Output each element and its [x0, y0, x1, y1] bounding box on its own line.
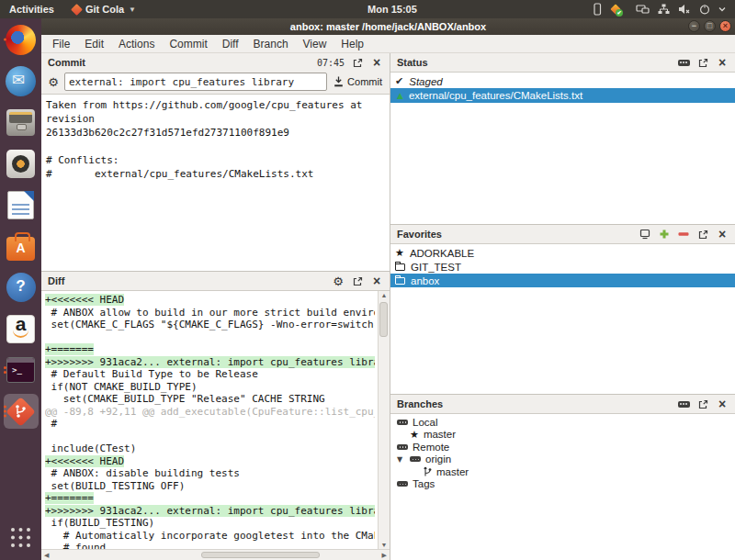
scroll-down-arrow[interactable]: ▼: [381, 542, 388, 548]
dock-terminal[interactable]: [4, 353, 39, 387]
dock-firefox[interactable]: [4, 22, 39, 57]
remove-icon[interactable]: [677, 228, 690, 241]
diff-line: if(NOT CMAKE_BUILD_TYPE): [45, 381, 375, 394]
diff-line: @@ -89,8 +92,11 @@ add_executable(CpuFea…: [45, 406, 375, 419]
star-icon: ★: [410, 430, 419, 440]
popout-icon[interactable]: [696, 398, 709, 410]
commit-toolbar: ⚙ Commit: [41, 72, 390, 94]
close-icon[interactable]: ×: [370, 274, 383, 287]
branch-tree-item[interactable]: ▼ ★ Local: [390, 416, 735, 429]
diff-line: +<<<<<<< HEAD: [45, 455, 375, 468]
diff-viewer[interactable]: ▲ ▼ ◀ ▶ +<<<<<<< HEAD # ANBOX allow to b…: [41, 290, 390, 560]
chevron-down-icon[interactable]: [718, 0, 726, 18]
popout-icon[interactable]: [351, 274, 364, 287]
menu-item[interactable]: Edit: [77, 38, 111, 50]
gear-icon[interactable]: ⚙: [47, 75, 60, 88]
titlebar-toggle-icon[interactable]: [677, 56, 690, 69]
group-icon: [397, 444, 408, 450]
dock-thunderbird[interactable]: [4, 63, 39, 98]
popout-icon[interactable]: [351, 56, 364, 69]
scroll-up-arrow[interactable]: ▲: [381, 292, 388, 298]
caret-down-icon[interactable]: ▼: [397, 455, 405, 464]
popout-icon[interactable]: [696, 56, 709, 69]
close-button[interactable]: ×: [719, 20, 731, 32]
diff-line: # Default Build Type to be Release: [45, 368, 375, 381]
scrollbar-thumb[interactable]: [201, 552, 320, 558]
clock[interactable]: Mon 15:05: [368, 0, 417, 18]
scroll-left-arrow[interactable]: ◀: [44, 552, 49, 559]
branch-tree-item[interactable]: ▼ ★ master: [390, 429, 735, 442]
favorite-item[interactable]: ★ GIT_TEST: [390, 260, 735, 274]
titlebar-toggle-icon[interactable]: [677, 398, 690, 410]
diff-line: +<<<<<<< HEAD: [45, 294, 375, 307]
menu-item[interactable]: Help: [334, 38, 371, 50]
staged-group-header[interactable]: ✔ Staged: [390, 74, 735, 88]
vertical-scrollbar[interactable]: ▲ ▼: [378, 291, 390, 549]
chevron-down-icon: ▼: [129, 6, 136, 14]
staged-file-row[interactable]: ▲ external/cpu_features/CMakeLists.txt: [390, 88, 735, 103]
screens-icon[interactable]: [636, 0, 650, 18]
dock-ubuntu-software[interactable]: [4, 229, 39, 263]
panel-title: Branches: [397, 398, 443, 409]
scroll-right-arrow[interactable]: ▶: [382, 552, 387, 559]
amazon-icon: [6, 315, 35, 343]
horizontal-scrollbar[interactable]: ◀ ▶: [41, 549, 390, 560]
app-menu[interactable]: Git Cola ▼: [73, 4, 136, 15]
diff-line: set(CMAKE_BUILD_TYPE "Release" CACHE STR…: [45, 393, 375, 406]
diff-line: +>>>>>>> 931aca2... external: import cpu…: [45, 356, 375, 369]
commit-arrow-icon: [334, 76, 344, 87]
gear-icon[interactable]: ⚙: [332, 274, 345, 287]
diff-line: # ANBOX: disable building tests: [45, 467, 375, 480]
power-icon[interactable]: [699, 0, 710, 18]
git-cola-icon: [6, 398, 35, 426]
menu-item[interactable]: Diff: [215, 38, 246, 50]
commit-button[interactable]: Commit: [332, 76, 384, 87]
dock-git-cola[interactable]: [4, 394, 39, 429]
menu-item[interactable]: File: [45, 38, 77, 50]
minimize-button[interactable]: −: [688, 20, 700, 32]
dock-show-applications[interactable]: [4, 520, 39, 554]
phone-icon[interactable]: [593, 0, 602, 18]
dock-rhythmbox[interactable]: [4, 146, 39, 181]
diff-line: +>>>>>>> 931aca2... external: import cpu…: [45, 505, 375, 518]
status-list: ✔ Staged ▲ external/cpu_features/CMakeLi…: [390, 72, 735, 224]
open-repo-icon[interactable]: [639, 228, 651, 241]
network-icon[interactable]: [658, 0, 670, 18]
close-icon[interactable]: ×: [716, 56, 729, 69]
window-titlebar[interactable]: anbox: master /home/jack/ANBOX/anbox − □…: [41, 18, 735, 35]
branch-tree-item[interactable]: ▼ ★ Tags: [390, 478, 735, 491]
close-icon[interactable]: ×: [716, 398, 729, 410]
branch-tree-item[interactable]: ▼ ★ master: [390, 465, 735, 478]
popout-icon[interactable]: [696, 228, 709, 241]
add-icon[interactable]: [658, 228, 671, 241]
favorite-item[interactable]: ★ ADORKABLE: [390, 246, 735, 260]
close-icon[interactable]: ×: [716, 228, 729, 241]
branches-panel-header: Branches ×: [390, 395, 735, 413]
dock-amazon[interactable]: [4, 311, 39, 346]
folder-icon: [395, 277, 405, 285]
dock-libreoffice-writer[interactable]: [4, 187, 39, 222]
diff-panel: Diff ⚙ × ▲: [41, 271, 390, 560]
close-icon[interactable]: ×: [370, 56, 383, 69]
maximize-button[interactable]: □: [704, 20, 716, 32]
favorite-item[interactable]: ★ anbox: [390, 274, 735, 287]
commit-message-editor[interactable]: Taken from https://github.com/google/cpu…: [41, 94, 390, 271]
scrollbar-thumb[interactable]: [379, 302, 388, 337]
staged-icon: ▲: [397, 91, 403, 100]
panel-title: Favorites: [397, 229, 442, 240]
menu-item[interactable]: Branch: [246, 38, 296, 50]
branch-tree-item[interactable]: ▼ ★ origin: [390, 454, 735, 466]
folder-icon: [395, 263, 405, 271]
activities-button[interactable]: Activities: [9, 4, 54, 15]
git-cola-window: anbox: master /home/jack/ANBOX/anbox − □…: [41, 18, 735, 560]
dock: [0, 18, 41, 560]
dock-files[interactable]: [4, 105, 39, 140]
menu-item[interactable]: View: [296, 38, 334, 50]
dock-help[interactable]: [4, 270, 39, 305]
volume-muted-icon[interactable]: [678, 0, 691, 18]
menu-item[interactable]: Commit: [162, 38, 214, 50]
branch-tree-item[interactable]: ▼ ★ Remote: [390, 441, 735, 454]
menu-item[interactable]: Actions: [111, 38, 162, 50]
commit-summary-input[interactable]: [64, 73, 327, 91]
git-cola-status-icon[interactable]: ✔: [610, 4, 622, 16]
